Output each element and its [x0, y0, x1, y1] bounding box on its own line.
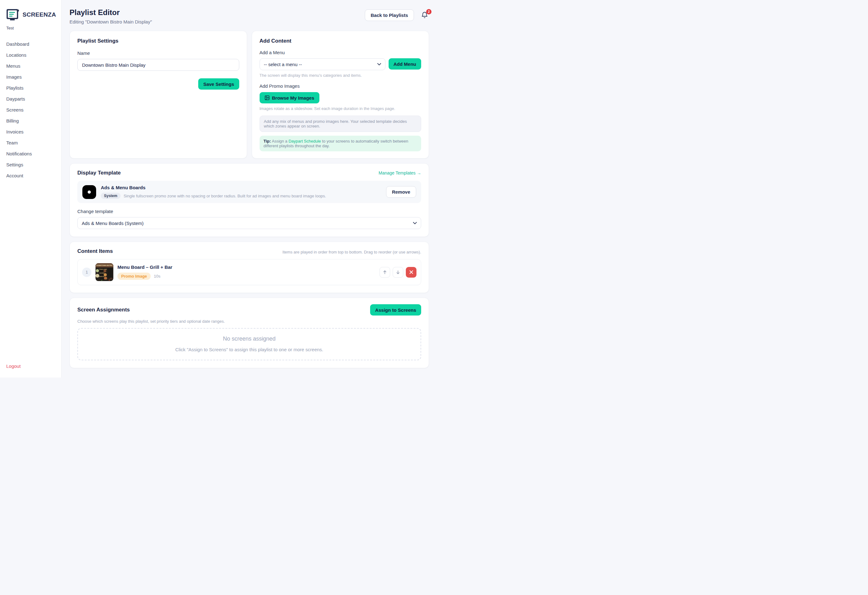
save-settings-button[interactable]: Save Settings	[198, 78, 239, 90]
sidebar-item-team[interactable]: Team	[0, 137, 61, 148]
sidebar-item-billing[interactable]: Billing	[0, 115, 61, 126]
content-items-card: Content Items Items are played in order …	[69, 241, 429, 293]
brand-logo-icon	[6, 8, 20, 21]
promo-image-badge: Promo Image	[117, 272, 151, 280]
sidebar-item-playlists[interactable]: Playlists	[0, 82, 61, 93]
logout-link[interactable]: Logout	[0, 360, 61, 372]
sidebar-item-notifications[interactable]: Notifications	[0, 148, 61, 159]
assign-to-screens-button[interactable]: Assign to Screens	[370, 304, 421, 315]
browse-my-images-button[interactable]: Browse My Images	[260, 92, 319, 104]
change-template-select-value: Ads & Menu Boards (System)	[82, 221, 144, 226]
screen-assignments-card: Screen Assignments Assign to Screens Cho…	[69, 298, 429, 368]
daypart-tip-note: Tip: Assign a Daypart Schedule to your s…	[260, 136, 421, 151]
notifications-bell-button[interactable]: 2	[421, 11, 429, 19]
main-content: Playlist Editor Editing "Downtown Bistro…	[62, 0, 434, 377]
remove-item-button[interactable]	[406, 267, 416, 278]
sidebar-item-screens[interactable]: Screens	[0, 104, 61, 115]
screen-assignments-subtitle: Choose which screens play this playlist,…	[77, 319, 421, 324]
change-template-label: Change template	[77, 209, 421, 214]
remove-template-button[interactable]: Remove	[386, 186, 416, 198]
template-name: Ads & Menu Boards	[101, 185, 381, 190]
arrow-up-icon	[383, 270, 387, 274]
template-preview-icon	[82, 185, 96, 199]
back-to-playlists-button[interactable]: Back to Playlists	[365, 9, 414, 21]
page-header: Playlist Editor Editing "Downtown Bistro…	[69, 8, 429, 24]
playlist-name-input[interactable]	[77, 59, 239, 71]
chevron-down-icon	[413, 222, 417, 224]
arrow-down-icon	[396, 270, 400, 274]
content-item-thumbnail: DOWNTOWN BISTRO STEAK & RIBS CHICKEN SEA…	[96, 263, 113, 281]
add-menu-label: Add a Menu	[260, 50, 421, 55]
selected-template-row: Ads & Menu Boards System Single fullscre…	[77, 181, 421, 203]
empty-state-title: No screens assigned	[84, 336, 414, 342]
sidebar-item-locations[interactable]: Locations	[0, 49, 61, 61]
manage-templates-link[interactable]: Manage Templates →	[379, 170, 421, 175]
sidebar-item-menus[interactable]: Menus	[0, 61, 61, 71]
menu-select[interactable]: -- select a menu --	[260, 58, 385, 70]
image-icon	[264, 95, 270, 100]
content-items-note: Items are played in order from top to bo…	[282, 250, 421, 255]
display-template-card: Display Template Manage Templates → Ads …	[69, 163, 429, 237]
add-menu-button[interactable]: Add Menu	[388, 58, 421, 70]
item-duration: 10s	[154, 274, 160, 278]
sidebar-nav: Dashboard Locations Menus Images Playlis…	[0, 38, 61, 181]
page-title: Playlist Editor	[69, 8, 152, 17]
promo-helper-text: Images rotate as a slideshow. Set each i…	[260, 106, 421, 111]
svg-text:SEAFOOD: SEAFOOD	[99, 276, 105, 277]
playlist-settings-title: Playlist Settings	[77, 38, 239, 44]
template-description: Single fullscreen promo zone with no spa…	[124, 194, 326, 198]
tip-prefix: Tip:	[264, 139, 271, 144]
add-promo-images-label: Add Promo Images	[260, 83, 421, 89]
svg-text:DOWNTOWN BISTRO: DOWNTOWN BISTRO	[96, 265, 112, 266]
close-icon	[409, 270, 413, 274]
svg-text:STEAK & RIBS: STEAK & RIBS	[99, 269, 107, 270]
svg-text:CHICKEN: CHICKEN	[99, 272, 104, 274]
move-down-button[interactable]	[393, 267, 403, 278]
sidebar-item-account[interactable]: Account	[0, 170, 61, 181]
content-item-row[interactable]: 1 DOWNTOWN BISTRO STEAK & RIBS CHICKEN S…	[77, 259, 421, 285]
brand-name: SCREENZA	[22, 11, 56, 18]
add-content-card: Add Content Add a Menu -- select a menu …	[252, 31, 429, 158]
sidebar-item-dayparts[interactable]: Dayparts	[0, 93, 61, 104]
page-subtitle: Editing "Downtown Bistro Main Display"	[69, 19, 152, 24]
menu-helper-text: The screen will display this menu's cate…	[260, 73, 421, 78]
notification-count-badge: 2	[426, 9, 431, 15]
chevron-down-icon	[377, 63, 381, 65]
sidebar-item-dashboard[interactable]: Dashboard	[0, 38, 61, 49]
no-screens-empty-state: No screens assigned Click "Assign to Scr…	[77, 328, 421, 360]
empty-state-hint: Click "Assign to Screens" to assign this…	[84, 347, 414, 352]
add-content-title: Add Content	[260, 38, 421, 44]
system-badge: System	[101, 193, 121, 199]
sidebar-item-images[interactable]: Images	[0, 71, 61, 82]
workspace-label: Test	[0, 26, 61, 30]
item-order-badge: 1	[82, 268, 92, 277]
sidebar: SCREENZA Test Dashboard Locations Menus …	[0, 0, 62, 377]
change-template-select[interactable]: Ads & Menu Boards (System)	[77, 217, 421, 229]
menu-select-value: -- select a menu --	[264, 62, 302, 67]
brand: SCREENZA	[0, 8, 61, 21]
move-up-button[interactable]	[379, 267, 390, 278]
display-template-title: Display Template	[77, 170, 121, 176]
content-items-title: Content Items	[77, 248, 113, 255]
sidebar-item-invoices[interactable]: Invoices	[0, 126, 61, 137]
sidebar-item-settings[interactable]: Settings	[0, 159, 61, 170]
name-label: Name	[77, 50, 239, 56]
content-item-title: Menu Board – Grill + Bar	[117, 265, 172, 270]
daypart-schedule-link[interactable]: Daypart Schedule	[288, 139, 321, 144]
playlist-settings-card: Playlist Settings Name Save Settings	[69, 31, 247, 158]
screen-assignments-title: Screen Assignments	[77, 307, 130, 313]
mix-info-note: Add any mix of menus and promo images he…	[260, 115, 421, 132]
